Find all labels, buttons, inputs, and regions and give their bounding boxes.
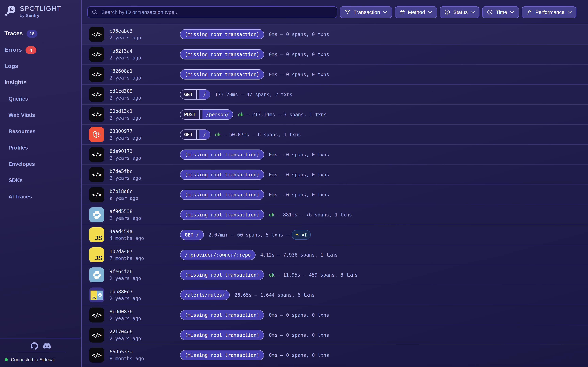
stats-text: 2.07min — 60 spans, 5 txns — [208, 232, 289, 238]
transaction-badge: (missing root transaction) [180, 49, 264, 59]
sidebar-item-sdks[interactable]: SDKs [0, 172, 81, 189]
javascript-icon: JS [89, 227, 104, 242]
trace-stats: 0ms — 0 spans, 0 txns [269, 332, 329, 338]
trace-stats: 0ms — 0 spans, 0 txns [269, 52, 329, 57]
sidebar-item-envelopes[interactable]: Envelopes [0, 156, 81, 172]
trace-id: b7de5fbc [110, 168, 180, 175]
trace-stats: 173.70ms — 47 spans, 2 txns [215, 92, 292, 97]
trace-stats: 0ms — 0 spans, 0 txns [269, 352, 329, 358]
trace-list: </> e96eabc3 2 years ago (missing root t… [82, 25, 588, 367]
transaction-badge: (missing root transaction) [180, 170, 264, 180]
sidebar-item-label: Resources [9, 128, 35, 134]
python-icon [89, 207, 104, 222]
trace-id: 102da487 [110, 248, 180, 255]
sidebar-item-web-vitals[interactable]: Web Vitals [0, 107, 81, 123]
trace-stats: 0ms — 0 spans, 0 txns [269, 172, 329, 177]
trace-row[interactable]: </> e96eabc3 2 years ago (missing root t… [82, 25, 588, 44]
sidebar-item-traces[interactable]: Traces 18 [0, 25, 81, 42]
trace-row[interactable]: </> b7b18d8c a year ago (missing root tr… [82, 185, 588, 205]
sidecar-status: Connected to Sidecar [0, 353, 81, 367]
trace-row[interactable]: </> 66db533a 8 months ago (missing root … [82, 345, 588, 365]
transaction-badge: (missing root transaction) [180, 210, 264, 220]
transaction-badge: (missing root transaction) [180, 330, 264, 340]
trace-row[interactable]: JS 102da487 7 months ago /:provider/:own… [82, 245, 588, 265]
chevron-down-icon [383, 11, 387, 13]
stats-text: 0ms — 0 spans, 0 txns [269, 52, 329, 57]
stats-text: 0ms — 0 spans, 0 txns [269, 312, 329, 318]
search-input[interactable] [101, 9, 333, 15]
sidebar-item-label: Errors [4, 47, 22, 53]
trace-stats: 0ms — 0 spans, 0 txns [269, 152, 329, 157]
count-badge: 18 [26, 30, 38, 38]
filter-time-button[interactable]: Time [482, 6, 519, 18]
transaction-badge: (missing root transaction) [180, 270, 264, 280]
trace-row[interactable]: 63300977 2 years ago GET/ ok — 50.07ms —… [82, 125, 588, 145]
sidebar-item-queries[interactable]: Queries [0, 91, 81, 107]
code-platform-icon: </> [89, 328, 104, 342]
code-platform-icon: </> [89, 308, 104, 323]
transaction-badge: (missing root transaction) [180, 310, 264, 320]
trace-row[interactable]: </> f82608a1 2 years ago (missing root t… [82, 65, 588, 85]
stats-text: — 217.14ms — 3 spans, 1 txns [246, 112, 327, 117]
filter-method-button[interactable]: Method [395, 6, 437, 18]
sidebar-item-ai-traces[interactable]: AI Traces [0, 189, 81, 205]
trace-age: 2 years ago [110, 275, 180, 282]
trace-row[interactable]: af9d5538 2 years ago (missing root trans… [82, 205, 588, 225]
sidebar-item-errors[interactable]: Errors 4 [0, 42, 81, 58]
trace-row[interactable]: </> 8cdd0836 2 years ago (missing root t… [82, 305, 588, 325]
trace-stats: ok — 881ms — 76 spans, 1 txns [269, 212, 352, 217]
filter-performance-button[interactable]: Performance [522, 6, 576, 18]
status-ok-label: ok [238, 112, 244, 117]
sidebar-item-resources[interactable]: Resources [0, 123, 81, 140]
sidebar-item-label: Traces [4, 30, 23, 37]
trace-age: a year ago [110, 195, 180, 201]
sidebar-item-logs[interactable]: Logs [0, 58, 81, 75]
code-platform-icon: </> [89, 87, 104, 102]
code-platform-icon: </> [89, 67, 104, 82]
trace-age: 2 years ago [110, 295, 180, 302]
stats-text: 0ms — 0 spans, 0 txns [269, 152, 329, 157]
transaction-badge: (missing root transaction) [180, 150, 264, 160]
trace-stats: 0ms — 0 spans, 0 txns [269, 192, 329, 197]
alert-circle-icon [444, 9, 450, 15]
stats-text: 4.12s — 7,938 spans, 1 txns [260, 252, 338, 258]
trace-id: 8cdd0836 [110, 308, 180, 315]
search-box[interactable] [87, 6, 337, 18]
trace-age: 2 years ago [110, 175, 180, 182]
sidebar-item-profiles[interactable]: Profiles [0, 140, 81, 156]
filter-status-button[interactable]: Status [440, 6, 480, 18]
discord-icon[interactable] [43, 342, 51, 350]
transaction-badge: /:provider/:owner/:repo [180, 250, 256, 260]
github-icon[interactable] [31, 342, 38, 350]
app-subtitle: by Sentry [20, 13, 61, 18]
trace-age: 2 years ago [110, 335, 180, 342]
trace-age: 2 years ago [110, 54, 180, 61]
stats-text: 0ms — 0 spans, 0 txns [269, 32, 329, 37]
hash-icon [399, 9, 405, 15]
sidebar-item-insights[interactable]: Insights [0, 75, 81, 91]
trace-row[interactable]: </> ed1cd309 2 years ago GET/ 173.70ms —… [82, 85, 588, 105]
trace-row[interactable]: </> 22f704e6 2 years ago (missing root t… [82, 325, 588, 345]
trace-row[interactable]: </> fa62f3a4 2 years ago (missing root t… [82, 44, 588, 65]
chevron-down-icon [510, 11, 514, 13]
trace-age: 2 years ago [110, 315, 180, 322]
trace-row[interactable]: 9fe6cfa6 2 years ago (missing root trans… [82, 265, 588, 285]
filter-transaction-button[interactable]: Transaction [340, 6, 392, 18]
trace-stats: ok — 217.14ms — 3 spans, 1 txns [238, 112, 327, 117]
trace-row[interactable]: JS ebb880e3 2 years ago /alerts/rules/ [82, 285, 588, 305]
connected-dot-icon [5, 358, 8, 361]
ai-badge: AI [292, 230, 311, 240]
trace-id: 63300977 [110, 128, 180, 134]
transaction-badge: (missing root transaction) [180, 350, 264, 360]
trace-row[interactable]: </> 8de90173 2 years ago (missing root t… [82, 145, 588, 165]
spotlight-app: SPOTLIGHT by Sentry Traces 18 Errors 4 L… [0, 0, 588, 367]
connected-label: Connected to Sidecar [11, 357, 55, 362]
trace-row[interactable]: </> b7de5fbc 2 years ago (missing root t… [82, 165, 588, 185]
app-title: SPOTLIGHT [20, 4, 61, 13]
trace-id: af9d5538 [110, 208, 180, 215]
trace-row[interactable]: </> 00bd13c1 2 years ago POST/person/ ok… [82, 105, 588, 125]
trace-age: 2 years ago [110, 115, 180, 121]
sidebar-item-label: Logs [4, 63, 18, 70]
trace-stats: 4.12s — 7,938 spans, 1 txns [260, 252, 338, 258]
trace-row[interactable]: JS 4aad454a 4 months ago GET/ 2.07min — … [82, 225, 588, 245]
